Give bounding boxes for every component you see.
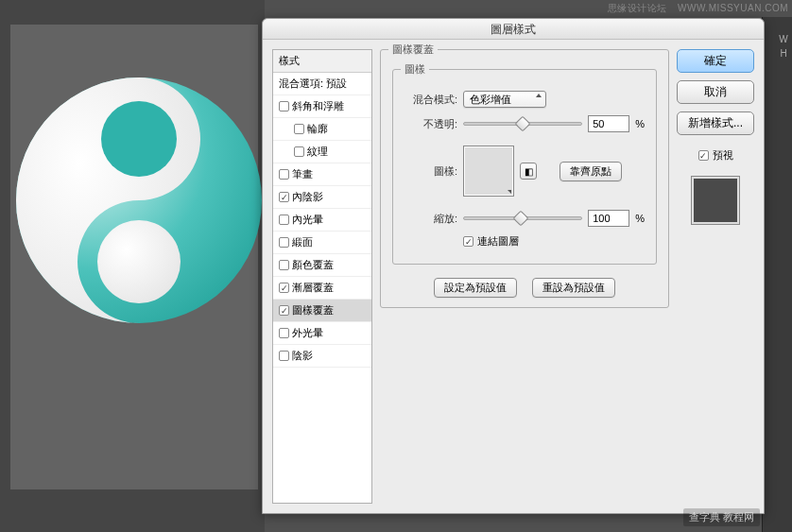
style-item-label: 陰影: [292, 349, 313, 363]
styles-list: 樣式 混合選項: 預設 斜角和浮雕輪廓紋理筆畫內陰影內光暈緞面顏色覆蓋漸層覆蓋圖…: [272, 49, 372, 504]
style-item-label: 緞面: [292, 235, 313, 249]
svg-point-2: [101, 101, 177, 177]
style-item[interactable]: 漸層覆蓋: [273, 277, 371, 300]
opacity-label: 不透明:: [405, 117, 457, 131]
canvas-background: [0, 0, 265, 532]
panel-title: 圖樣覆蓋: [388, 43, 438, 57]
style-checkbox[interactable]: [294, 146, 304, 157]
style-item[interactable]: 顏色覆蓋: [273, 254, 371, 277]
style-item-label: 圖樣覆蓋: [292, 303, 334, 317]
style-item-label: 顏色覆蓋: [292, 258, 334, 272]
styles-header[interactable]: 樣式: [273, 50, 371, 73]
scale-slider[interactable]: [463, 216, 582, 220]
style-checkbox[interactable]: [279, 351, 289, 361]
dialog-right-column: 確定 取消 新增樣式... 預視: [677, 49, 754, 504]
style-item-label: 漸層覆蓋: [292, 281, 334, 295]
style-checkbox[interactable]: [279, 328, 289, 338]
ok-button[interactable]: 確定: [677, 49, 754, 73]
style-item-label: 外光暈: [292, 326, 323, 340]
dialog-title: 圖層樣式: [263, 19, 764, 40]
blend-options-item[interactable]: 混合選項: 預設: [273, 73, 371, 95]
style-item[interactable]: 斜角和浮雕: [273, 95, 371, 118]
style-item[interactable]: 內光暈: [273, 209, 371, 232]
panel-label-h: H: [777, 48, 790, 59]
style-item-label: 內光暈: [292, 213, 323, 227]
style-item[interactable]: 紋理: [273, 141, 371, 163]
preview-swatch: [691, 176, 740, 225]
blend-mode-label: 混合模式:: [405, 93, 457, 107]
preview-checkbox[interactable]: [698, 150, 709, 161]
canvas-document[interactable]: [10, 25, 258, 489]
style-checkbox[interactable]: [279, 305, 289, 316]
reset-default-button[interactable]: 重設為預設值: [532, 278, 615, 298]
opacity-slider[interactable]: [463, 122, 582, 126]
style-item[interactable]: 緞面: [273, 232, 371, 254]
new-style-button[interactable]: 新增樣式...: [677, 112, 754, 135]
scale-input[interactable]: [588, 210, 629, 227]
style-item[interactable]: 內陰影: [273, 186, 371, 209]
link-layer-label: 連結圖層: [477, 234, 519, 249]
style-checkbox[interactable]: [279, 169, 289, 180]
style-item-label: 斜角和浮雕: [292, 99, 344, 113]
app-right-panel: W H: [762, 17, 792, 532]
link-layer-checkbox[interactable]: [463, 236, 473, 247]
style-item[interactable]: 陰影: [273, 345, 371, 368]
layer-style-dialog: 圖層樣式 樣式 混合選項: 預設 斜角和浮雕輪廓紋理筆畫內陰影內光暈緞面顏色覆蓋…: [262, 18, 765, 514]
style-checkbox[interactable]: [279, 237, 289, 248]
style-checkbox[interactable]: [279, 215, 289, 225]
style-item[interactable]: 圖樣覆蓋: [273, 300, 371, 322]
style-checkbox[interactable]: [279, 283, 289, 293]
snap-origin-button[interactable]: 靠齊原點: [560, 162, 622, 181]
pattern-overlay-fieldset: 圖樣覆蓋 圖樣 混合模式: 色彩增值 不透明:: [380, 49, 669, 308]
scale-label: 縮放:: [405, 212, 457, 226]
blend-mode-select[interactable]: 色彩增值: [463, 91, 546, 108]
style-checkbox[interactable]: [279, 192, 289, 202]
topbar-left: 思缘设计论坛: [608, 3, 667, 13]
panel-label-w: W: [777, 34, 790, 44]
style-item-label: 紋理: [307, 145, 328, 159]
pattern-inner-fieldset: 圖樣 混合模式: 色彩增值 不透明: %: [392, 69, 657, 265]
make-default-button[interactable]: 設定為預設值: [434, 278, 517, 298]
svg-point-1: [97, 220, 181, 303]
yin-yang-artwork: [12, 74, 266, 327]
pattern-label: 圖樣:: [405, 164, 457, 179]
scale-percent: %: [635, 213, 645, 224]
opacity-input[interactable]: [588, 115, 629, 132]
preview-label: 預視: [713, 148, 733, 163]
center-panel: 圖樣覆蓋 圖樣 混合模式: 色彩增值 不透明:: [380, 49, 669, 504]
inner-title: 圖樣: [401, 62, 429, 77]
cancel-button[interactable]: 取消: [677, 80, 754, 104]
style-item-label: 輪廓: [307, 122, 328, 136]
style-checkbox[interactable]: [279, 260, 289, 270]
top-watermark: 思缘设计论坛 WWW.MISSYUAN.COM: [600, 2, 788, 15]
style-checkbox[interactable]: [279, 101, 289, 112]
style-item[interactable]: 外光暈: [273, 322, 371, 345]
style-item[interactable]: 筆畫: [273, 163, 371, 186]
topbar-right: WWW.MISSYUAN.COM: [678, 3, 788, 13]
create-pattern-icon[interactable]: ◧: [520, 163, 537, 180]
style-item-label: 內陰影: [292, 190, 323, 204]
opacity-percent: %: [635, 118, 645, 129]
bottom-watermark: 查字典 教程网: [683, 508, 760, 526]
style-item[interactable]: 輪廓: [273, 118, 371, 141]
pattern-swatch[interactable]: [463, 146, 514, 197]
style-item-label: 筆畫: [292, 167, 313, 181]
style-checkbox[interactable]: [294, 124, 304, 134]
